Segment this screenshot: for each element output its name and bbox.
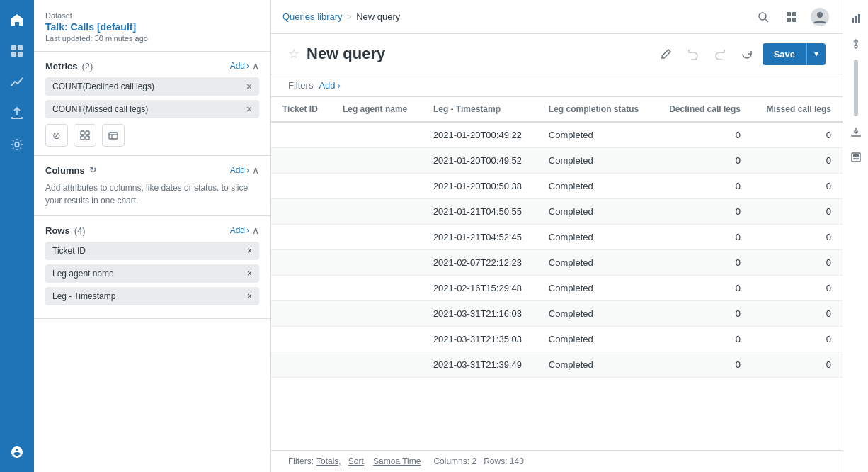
footer-sort-link[interactable]: Sort, [348,456,366,466]
row-tag-leg-agent-remove[interactable]: × [247,269,252,279]
table-row: 2021-02-07T22:12:23Completed00 [271,250,843,276]
metrics-title: Metrics (2) [45,61,93,72]
favorite-star-icon[interactable]: ☆ [288,46,299,62]
row-tag-ticket-id[interactable]: Ticket ID × [45,242,259,260]
svg-point-4 [15,142,19,147]
search-icon-btn[interactable] [752,6,775,28]
filters-bar: Filters Add › [271,74,843,97]
rows-title: Rows (4) [45,225,86,236]
metric-icons: ⊘ [45,124,259,147]
svg-rect-17 [792,18,796,22]
nav-zendesk-icon[interactable] [3,438,31,466]
row-tag-ticket-id-remove[interactable]: × [247,246,252,256]
dataset-updated: Last updated: 30 minutes ago [45,34,259,43]
rows-collapse-btn[interactable]: ∧ [252,225,259,236]
table-row: 2021-03-31T21:16:03Completed00 [271,301,843,327]
right-rail [843,0,868,472]
table-row: 2021-01-21T04:50:55Completed00 [271,199,843,225]
rail-paint-icon[interactable] [846,34,866,54]
col-leg-completion-status: Leg completion status [537,97,654,122]
breadcrumb-library[interactable]: Queries library [282,11,343,22]
svg-rect-7 [81,136,84,140]
top-bar-right [752,6,831,28]
svg-rect-21 [855,16,857,23]
metrics-header: Metrics (2) Add › ∧ [45,60,259,72]
svg-point-12 [759,13,766,20]
nav-dashboard-icon[interactable] [3,37,31,65]
sidebar: Dataset Talk: Calls [default] Last updat… [34,0,271,472]
top-bar-left: Queries library > New query [282,11,743,22]
nav-settings-icon[interactable] [3,130,31,159]
svg-point-26 [853,158,855,159]
metrics-add-link[interactable]: Add › [230,61,249,71]
footer-columns: Columns: 2 Rows: 140 [433,456,523,466]
rows-add-link[interactable]: Add › [230,225,249,235]
scrollbar-area [843,60,868,116]
table-icon-btn[interactable] [102,124,125,147]
columns-collapse-btn[interactable]: ∧ [252,164,259,176]
svg-rect-3 [18,52,23,57]
nav-upload-icon[interactable] [3,99,31,128]
aggregate-icon-btn[interactable] [74,124,96,147]
col-ticket-id: Ticket ID [271,97,331,122]
table-body: 2021-01-20T00:49:22Completed002021-01-20… [271,122,843,378]
columns-actions: Add › ∧ [230,164,259,176]
nav-analytics-icon[interactable] [3,68,31,96]
user-avatar-btn[interactable] [809,6,831,28]
redo-icon-btn[interactable] [709,43,731,65]
metrics-actions: Add › ∧ [230,60,259,72]
svg-rect-16 [787,18,791,22]
row-tag-leg-agent[interactable]: Leg agent name × [45,264,259,283]
metric-tag-2-remove[interactable]: × [246,104,252,114]
edit-icon-btn[interactable] [655,43,678,65]
metric-tag-2[interactable]: COUNT(Missed call legs) × [45,100,259,118]
footer-timezone-link[interactable]: Samoa Time [373,456,421,466]
col-declined-call-legs: Declined call legs [654,97,752,122]
breadcrumb-separator: > [347,11,353,22]
col-missed-call-legs: Missed call legs [752,97,843,122]
columns-title: Columns ↻ [45,165,96,176]
rail-chart-icon[interactable] [846,9,866,28]
footer-filters-prefix: Filters: [288,456,314,466]
svg-point-27 [855,158,857,159]
grid-icon-btn[interactable] [780,6,803,28]
svg-rect-22 [858,14,860,23]
rail-download-icon[interactable] [846,122,866,142]
metric-tag-1[interactable]: COUNT(Declined call legs) × [45,77,259,96]
table-row: 2021-01-20T00:50:38Completed00 [271,174,843,199]
table-container: Ticket ID Leg agent name Leg - Timestamp… [271,97,843,450]
refresh-icon-btn[interactable] [736,43,758,65]
rail-calculator-icon[interactable] [846,147,866,167]
dataset-label: Dataset [45,11,259,20]
table-area: Ticket ID Leg agent name Leg - Timestamp… [271,97,843,472]
save-button[interactable]: Save [763,43,806,65]
breadcrumb-current: New query [356,11,400,22]
svg-rect-9 [109,133,118,139]
columns-section: Columns ↻ Add › ∧ Add attributes to colu… [34,156,270,216]
table-footer: Filters: Totals, Sort, Samoa Time Column… [271,450,843,472]
scrollbar-thumb[interactable] [854,60,858,116]
filters-add[interactable]: Add › [319,80,340,91]
breadcrumb: Queries library > New query [282,11,400,22]
nav-home-icon[interactable] [3,6,31,34]
svg-rect-25 [853,154,859,157]
columns-add-link[interactable]: Add › [230,165,249,175]
table-row: 2021-02-16T15:29:48Completed00 [271,276,843,301]
metric-tag-1-remove[interactable]: × [246,82,252,91]
filter-icon-btn[interactable]: ⊘ [45,124,68,147]
save-dropdown-button[interactable]: ▾ [806,43,826,65]
rows-header: Rows (4) Add › ∧ [45,225,259,236]
metrics-collapse-btn[interactable]: ∧ [252,60,259,72]
table-row: 2021-03-31T21:35:03Completed00 [271,327,843,352]
undo-icon-btn[interactable] [682,43,704,65]
rows-section: Rows (4) Add › ∧ Ticket ID × Leg agent n… [34,216,270,319]
footer-totals-link[interactable]: Totals, [316,456,341,466]
svg-point-28 [857,158,859,159]
row-tag-leg-timestamp[interactable]: Leg - Timestamp × [45,287,259,305]
table-row: 2021-01-21T04:52:45Completed00 [271,225,843,250]
row-tag-leg-timestamp-remove[interactable]: × [247,291,252,301]
dataset-info: Dataset Talk: Calls [default] Last updat… [34,0,270,52]
table-header-row: Ticket ID Leg agent name Leg - Timestamp… [271,97,843,122]
svg-rect-15 [792,12,796,16]
dataset-title[interactable]: Talk: Calls [default] [45,21,259,33]
